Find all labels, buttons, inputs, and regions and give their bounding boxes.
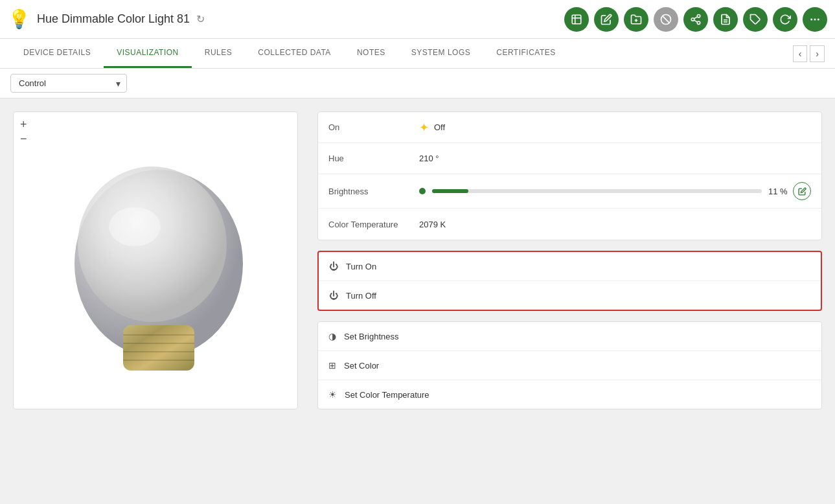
set-colortemp-action[interactable]: ☀ Set Color Temperature xyxy=(318,380,821,409)
set-colortemp-label: Set Color Temperature xyxy=(345,390,429,400)
top-actions xyxy=(564,7,827,32)
svg-line-10 xyxy=(694,20,697,22)
more-btn[interactable] xyxy=(803,7,827,32)
extra-actions-card: ◑ Set Brightness ⊞ Set Color ☀ Set Color… xyxy=(317,321,822,409)
image-panel: + − xyxy=(13,111,298,409)
prop-on-label: On xyxy=(328,122,419,132)
turn-off-action[interactable]: ⏻ Turn Off xyxy=(319,281,821,310)
right-panel: On ✦ Off Hue 210 ° Brightness xyxy=(317,111,822,409)
refresh-icon[interactable]: ↻ xyxy=(196,13,205,25)
device-icon: 💡 xyxy=(8,8,30,30)
svg-point-8 xyxy=(691,17,694,21)
turn-off-label: Turn Off xyxy=(346,291,376,301)
turn-on-action[interactable]: ⏻ Turn On xyxy=(319,252,821,281)
svg-point-20 xyxy=(109,207,161,246)
prop-brightness-label: Brightness xyxy=(328,187,419,196)
brightness-dot xyxy=(419,188,426,194)
turn-off-icon: ⏻ xyxy=(329,290,338,301)
nav-tabs: DEVICE DETAILS VISUALIZATION RULES COLLE… xyxy=(0,39,835,69)
zoom-in-btn[interactable]: + xyxy=(20,119,27,130)
set-colortemp-icon: ☀ xyxy=(328,389,337,400)
svg-point-9 xyxy=(697,21,700,25)
prop-brightness-row: Brightness 11 % xyxy=(318,174,821,209)
svg-point-7 xyxy=(697,14,700,17)
prop-on-value: ✦ Off xyxy=(419,120,811,135)
svg-line-6 xyxy=(663,16,670,23)
brightness-fill xyxy=(432,189,468,193)
tag-btn[interactable] xyxy=(743,7,768,32)
svg-point-16 xyxy=(814,18,816,20)
nav-next[interactable]: › xyxy=(810,45,825,62)
main-content: + − xyxy=(0,98,835,422)
svg-rect-0 xyxy=(572,15,581,24)
prop-hue-row: Hue 210 ° xyxy=(318,143,821,174)
prop-on-row: On ✦ Off xyxy=(318,112,821,143)
nav-arrows: ‹ › xyxy=(793,45,825,62)
prop-hue-label: Hue xyxy=(328,154,419,163)
set-brightness-icon: ◑ xyxy=(328,331,336,341)
screenshot-btn[interactable] xyxy=(564,7,589,32)
tab-certificates[interactable]: CERTIFICATES xyxy=(483,39,569,68)
highlighted-actions-card: ⏻ Turn On ⏻ Turn Off xyxy=(317,251,822,311)
nav-prev[interactable]: ‹ xyxy=(793,45,808,62)
brightness-edit-btn[interactable] xyxy=(793,182,811,200)
dropdown-bar: Control Monitoring xyxy=(0,69,835,98)
device-title: Hue Dimmable Color Light 81 xyxy=(37,12,190,26)
tab-system-logs[interactable]: SYSTEM LOGS xyxy=(398,39,484,68)
prop-hue-value: 210 ° xyxy=(419,154,811,163)
brightness-pct: 11 % xyxy=(768,187,788,196)
turn-on-icon: ⏻ xyxy=(329,261,338,271)
bulb-svg xyxy=(32,137,279,384)
svg-rect-21 xyxy=(123,325,194,371)
zoom-controls: + − xyxy=(20,119,27,144)
folder-btn[interactable] xyxy=(624,7,648,32)
on-status-text: Off xyxy=(434,122,445,132)
svg-point-15 xyxy=(810,18,812,20)
control-dropdown[interactable]: Control Monitoring xyxy=(10,74,127,93)
tab-notes[interactable]: NOTES xyxy=(344,39,398,68)
block-btn[interactable] xyxy=(654,7,678,32)
on-status-icon: ✦ xyxy=(419,120,429,135)
control-dropdown-wrap: Control Monitoring xyxy=(10,74,127,93)
prop-colortemp-value: 2079 K xyxy=(419,220,811,229)
svg-point-17 xyxy=(818,18,819,20)
properties-card: On ✦ Off Hue 210 ° Brightness xyxy=(317,111,822,240)
set-brightness-action[interactable]: ◑ Set Brightness xyxy=(318,322,821,351)
transfer-btn[interactable] xyxy=(683,7,708,32)
prop-colortemp-row: Color Temperature 2079 K xyxy=(318,209,821,240)
set-brightness-label: Set Brightness xyxy=(344,332,399,341)
set-color-icon: ⊞ xyxy=(328,360,336,371)
set-color-label: Set Color xyxy=(344,361,379,371)
turn-on-label: Turn On xyxy=(346,262,376,271)
set-color-action[interactable]: ⊞ Set Color xyxy=(318,351,821,380)
document-btn[interactable] xyxy=(713,7,738,32)
prop-brightness-value: 11 % xyxy=(419,182,811,200)
refresh2-btn[interactable] xyxy=(773,7,797,32)
brightness-bar xyxy=(432,189,762,193)
top-bar: 💡 Hue Dimmable Color Light 81 ↻ xyxy=(0,0,835,39)
tab-rules[interactable]: RULES xyxy=(192,39,246,68)
prop-colortemp-label: Color Temperature xyxy=(328,220,419,229)
tab-device-details[interactable]: DEVICE DETAILS xyxy=(10,39,104,68)
tab-visualization[interactable]: VISUALIZATION xyxy=(104,39,192,68)
tab-collected-data[interactable]: COLLECTED DATA xyxy=(245,39,344,68)
zoom-out-btn[interactable]: − xyxy=(20,133,27,144)
brightness-bar-wrap: 11 % xyxy=(419,187,788,196)
edit-btn[interactable] xyxy=(594,7,619,32)
svg-point-19 xyxy=(78,166,227,322)
svg-line-11 xyxy=(694,16,697,18)
